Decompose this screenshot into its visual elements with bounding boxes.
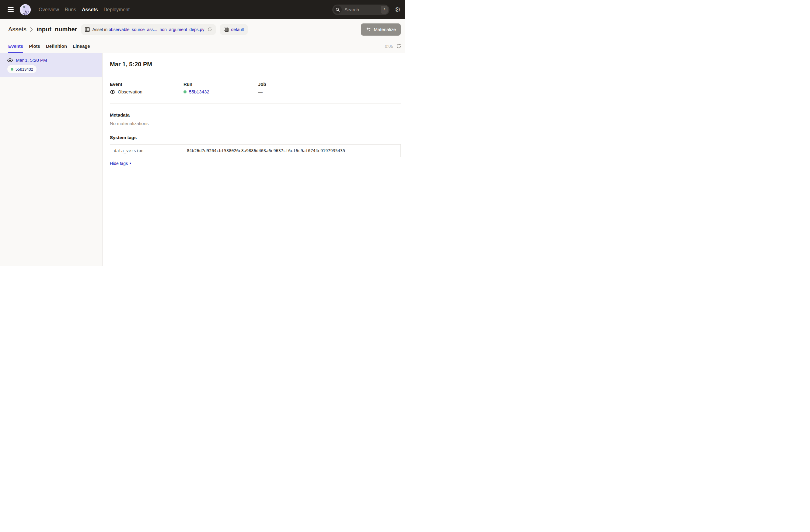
tab-events[interactable]: Events — [8, 39, 23, 53]
nav-menu: Overview Runs Assets Deployment — [39, 7, 130, 13]
system-tags-table: data_version 84b26d7d9204cbf588026c8a988… — [110, 144, 401, 157]
job-column: Job — — [258, 82, 401, 94]
repo-tag: default — [220, 25, 248, 35]
repo-default-link[interactable]: default — [231, 27, 244, 32]
search-bar[interactable]: / — [332, 4, 389, 15]
hide-tags-label: Hide tags — [110, 161, 128, 166]
materialize-label: Materialize — [374, 27, 396, 32]
asset-location-tag: Asset in observable_source_ass..._non_ar… — [81, 25, 215, 35]
metadata-empty-message: No materializations — [110, 121, 401, 126]
asset-header: Assets input_number Asset in observable_… — [0, 19, 405, 39]
job-value: — — [258, 89, 263, 94]
event-type-value: Observation — [118, 89, 142, 94]
event-column: Event Observation — [110, 82, 183, 94]
event-list-sidebar: Mar 1, 5:20 PM 55b13432 — [0, 53, 102, 266]
code-location-link[interactable]: observable_source_ass..._non_argument_de… — [109, 27, 204, 32]
refresh-icon[interactable] — [396, 44, 401, 49]
gear-icon[interactable]: ⚙ — [395, 6, 401, 13]
workspace-icon — [224, 27, 229, 32]
tab-plots[interactable]: Plots — [29, 39, 40, 53]
refresh-countdown: 0:06 — [385, 44, 393, 49]
run-status-dot — [183, 91, 187, 94]
tag-value-cell: 84b26d7d9204cbf588026c8a9886d403a6c9637c… — [183, 145, 401, 157]
nav-item-runs[interactable]: Runs — [65, 7, 76, 13]
search-icon — [334, 5, 342, 14]
table-grid-icon — [85, 27, 90, 32]
run-status-dot — [11, 68, 13, 70]
event-list-item[interactable]: Mar 1, 5:20 PM 55b13432 — [0, 53, 102, 77]
run-column-label: Run — [183, 82, 258, 87]
run-id-pill[interactable]: 55b13432 — [7, 65, 36, 73]
job-column-label: Job — [258, 82, 401, 87]
search-shortcut-badge: / — [380, 6, 388, 14]
event-summary-columns: Event Observation Run 55b13432 — [110, 82, 401, 94]
nav-item-assets[interactable]: Assets — [82, 7, 98, 13]
event-detail-title: Mar 1, 5:20 PM — [110, 61, 401, 68]
asset-in-label: Asset in — [92, 27, 108, 32]
search-input[interactable] — [344, 7, 380, 12]
run-id-label: 55b13432 — [16, 67, 33, 71]
chevron-right-icon — [30, 27, 33, 32]
event-detail-panel: Mar 1, 5:20 PM Event Observation Run — [102, 53, 405, 266]
metadata-heading: Metadata — [110, 112, 401, 117]
sparkle-icon — [366, 27, 371, 32]
run-column: Run 55b13432 — [183, 82, 258, 94]
event-timestamp-link[interactable]: Mar 1, 5:20 PM — [16, 58, 47, 63]
materialize-button[interactable]: Materialize — [361, 23, 401, 36]
run-id-link[interactable]: 55b13432 — [189, 89, 209, 94]
app-window: Overview Runs Assets Deployment / ⚙ Asse… — [0, 0, 405, 266]
page-title: input_number — [36, 26, 77, 33]
breadcrumb-assets-link[interactable]: Assets — [8, 26, 27, 33]
top-nav: Overview Runs Assets Deployment / ⚙ — [0, 0, 405, 19]
observation-eye-icon — [110, 90, 115, 94]
divider — [110, 75, 401, 75]
observation-eye-icon — [7, 58, 13, 62]
tab-bar: Events Plots Definition Lineage 0:06 — [0, 39, 405, 53]
system-tags-heading: System tags — [110, 135, 401, 140]
dagster-logo-icon[interactable] — [19, 4, 31, 16]
nav-item-deployment[interactable]: Deployment — [104, 7, 130, 13]
reload-location-icon[interactable] — [208, 27, 212, 32]
nav-item-overview[interactable]: Overview — [39, 7, 59, 13]
divider — [110, 103, 401, 103]
caret-up-icon: ▲ — [129, 162, 131, 165]
tab-definition[interactable]: Definition — [46, 39, 67, 53]
tag-key-cell: data_version — [110, 145, 183, 157]
hamburger-menu-icon[interactable] — [7, 7, 14, 12]
hide-tags-link[interactable]: Hide tags ▲ — [110, 161, 131, 166]
tab-lineage[interactable]: Lineage — [73, 39, 90, 53]
event-column-label: Event — [110, 82, 183, 87]
